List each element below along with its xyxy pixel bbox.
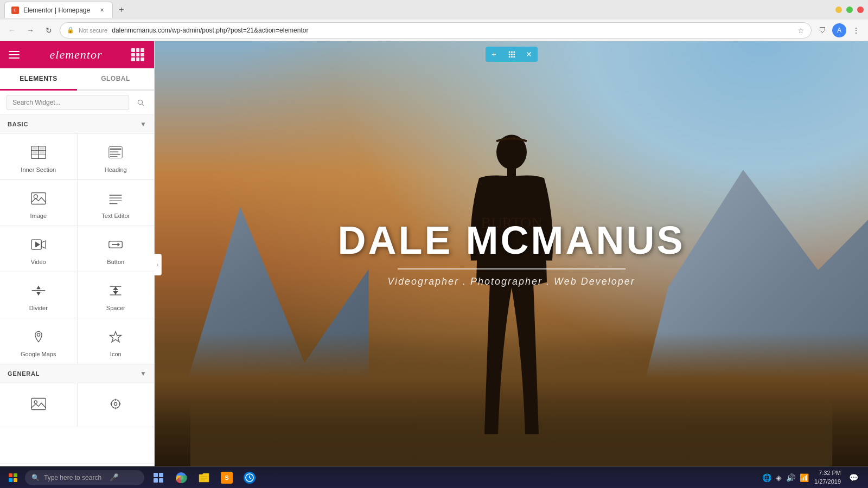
svg-marker-23 — [36, 242, 40, 247]
bookmark-icon[interactable]: ☆ — [797, 26, 805, 35]
hero-title: DALE MCMANUS — [338, 221, 685, 260]
hero-divider — [398, 268, 626, 269]
svg-point-34 — [37, 333, 40, 336]
svg-rect-59 — [159, 478, 163, 483]
apps-button[interactable] — [130, 47, 145, 62]
wifi-tray-icon[interactable]: 📶 — [799, 473, 810, 482]
widget-heading[interactable]: Heading — [78, 134, 155, 179]
clock-date: 1/27/2019 — [814, 478, 841, 486]
icon-widget-icon — [106, 327, 125, 346]
image-icon — [29, 189, 48, 208]
widget-google-maps[interactable]: Google Maps — [0, 318, 77, 364]
security-icon: 🔒 — [67, 27, 74, 34]
svg-rect-57 — [159, 473, 163, 477]
widget-divider[interactable]: Divider — [0, 272, 77, 318]
taskbar-search-icon: 🔍 — [31, 474, 40, 481]
svg-rect-45 — [511, 52, 513, 53]
section-basic-header[interactable]: BASIC ▼ — [0, 115, 154, 134]
svg-line-1 — [142, 104, 144, 106]
divider-icon — [29, 281, 48, 300]
taskview-button[interactable] — [148, 468, 169, 487]
video-icon — [29, 235, 48, 254]
move-section-button[interactable] — [503, 47, 520, 62]
widget-icon[interactable]: Icon — [78, 318, 155, 364]
widget-inner-section[interactable]: Inner Section — [0, 134, 77, 179]
svg-point-38 — [111, 400, 120, 408]
tab-favicon: E — [11, 7, 19, 14]
taskbar: 🔍 Type here to search 🎤 — [0, 466, 868, 488]
person-silhouette: BURTON — [457, 108, 566, 488]
widget-icon-label: Icon — [110, 351, 122, 357]
svg-marker-22 — [41, 241, 46, 248]
editor-taskbar-icon: S — [221, 472, 233, 484]
widget-button[interactable]: Button — [78, 226, 155, 272]
widget-text-editor-label: Text Editor — [101, 213, 130, 219]
notification-button[interactable]: 💬 — [845, 468, 861, 487]
menu-button[interactable]: ⋮ — [848, 23, 864, 38]
widget-inner-section-label: Inner Section — [21, 166, 56, 173]
widget-general-1[interactable] — [0, 383, 77, 427]
svg-rect-36 — [31, 399, 46, 410]
clock-taskbar-item[interactable] — [239, 468, 260, 487]
main-container: elementor ELEMENTS GLOBAL BASIC ▼ — [0, 41, 868, 488]
svg-rect-7 — [40, 147, 45, 149]
system-tray: 🌐 ◈ 🔊 📶 — [761, 473, 810, 482]
widget-image[interactable]: Image — [0, 180, 77, 226]
new-tab-button[interactable]: + — [115, 3, 128, 16]
widget-general-2[interactable] — [78, 383, 155, 427]
svg-rect-51 — [511, 56, 513, 58]
google-maps-icon — [29, 327, 48, 346]
taskbar-search[interactable]: 🔍 Type here to search 🎤 — [25, 470, 144, 485]
section-general-header[interactable]: GENERAL ▼ — [0, 364, 154, 383]
tab-global[interactable]: GLOBAL — [77, 68, 154, 91]
image2-icon — [29, 394, 48, 414]
widget-text-editor[interactable]: Text Editor — [78, 180, 155, 226]
delete-section-button[interactable]: ✕ — [520, 47, 538, 62]
network-tray-icon[interactable]: 🌐 — [761, 473, 773, 482]
tab-close-btn[interactable]: ✕ — [98, 7, 106, 14]
windows-logo — [9, 473, 17, 482]
sidebar-collapse-button[interactable]: ‹ — [154, 254, 162, 275]
svg-marker-33 — [114, 292, 118, 294]
back-button[interactable]: ← — [4, 23, 20, 38]
section-basic-toggle: ▼ — [140, 120, 146, 128]
browser-tab[interactable]: E Elementor | Homepage ✕ — [4, 2, 113, 18]
forward-button[interactable]: → — [23, 23, 38, 38]
svg-point-37 — [34, 401, 37, 403]
section-basic-title: BASIC — [8, 121, 28, 127]
extensions-button[interactable]: ⛉ — [815, 23, 830, 38]
maximize-button[interactable]: □ — [846, 7, 853, 13]
refresh-button[interactable]: ↻ — [41, 23, 56, 38]
search-input[interactable] — [7, 95, 129, 110]
clock-taskbar-icon — [244, 472, 256, 484]
tab-elements[interactable]: ELEMENTS — [0, 68, 77, 91]
widget-spacer-label: Spacer — [106, 305, 125, 311]
text-editor-icon — [106, 189, 125, 208]
address-bar[interactable]: 🔒 Not secure dalenmcmanus.com/wp-admin/p… — [60, 22, 812, 38]
file-manager-icon — [198, 472, 210, 484]
chrome-taskbar-item[interactable] — [170, 468, 192, 487]
svg-rect-48 — [511, 54, 513, 55]
clock[interactable]: 7:32 PM 1/27/2019 — [812, 469, 843, 486]
svg-rect-58 — [154, 478, 158, 483]
file-manager-taskbar-item[interactable] — [193, 468, 215, 487]
minimize-button[interactable]: — — [835, 7, 842, 13]
editor-taskbar-item[interactable]: S — [216, 468, 238, 487]
profile-avatar[interactable]: A — [832, 23, 846, 37]
dropbox-tray-icon[interactable]: ◈ — [775, 473, 783, 482]
widget-video[interactable]: Video — [0, 226, 77, 272]
heading-icon — [106, 143, 125, 162]
start-button[interactable] — [2, 469, 24, 486]
volume-tray-icon[interactable]: 🔊 — [785, 473, 796, 482]
mic-button[interactable]: 🎤 — [106, 470, 122, 485]
svg-rect-44 — [508, 52, 510, 53]
svg-point-0 — [138, 100, 142, 104]
sidebar-tabs: ELEMENTS GLOBAL — [0, 68, 154, 91]
svg-point-39 — [114, 402, 117, 405]
search-button[interactable] — [133, 95, 148, 110]
hamburger-button[interactable] — [9, 48, 22, 61]
add-section-button[interactable]: + — [486, 47, 503, 62]
svg-rect-47 — [508, 54, 510, 55]
close-button[interactable]: ✕ — [857, 7, 864, 13]
widget-spacer[interactable]: Spacer — [78, 272, 155, 318]
